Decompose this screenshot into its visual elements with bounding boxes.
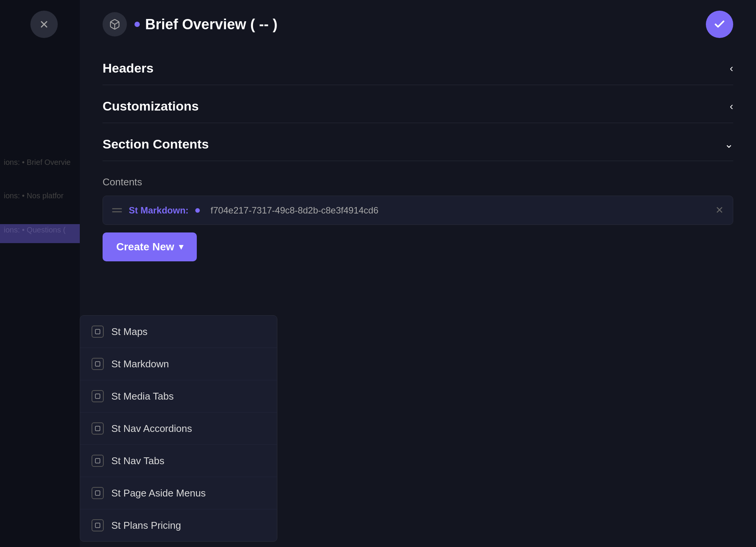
cube-icon xyxy=(109,19,120,30)
dropdown-item-st-page-aside-menus[interactable]: St Page Aside Menus xyxy=(80,477,277,509)
headers-title: Headers xyxy=(103,61,153,76)
svg-rect-7 xyxy=(95,458,100,463)
dropdown-item-st-markdown[interactable]: St Markdown xyxy=(80,348,277,380)
item-id-value: f704e217-7317-49c8-8d2b-c8e3f4914cd6 xyxy=(210,205,378,216)
create-new-button[interactable]: Create New ▾ xyxy=(103,232,197,261)
customizations-section-toggle[interactable]: Customizations ‹ xyxy=(103,85,733,123)
dropdown-item-st-plans-pricing[interactable]: St Plans Pricing xyxy=(80,509,277,541)
confirm-button[interactable] xyxy=(706,11,733,38)
section-contents-title: Section Contents xyxy=(103,137,209,152)
svg-rect-5 xyxy=(95,394,100,398)
content-item: St Markdown: f704e217-7317-49c8-8d2b-c8e… xyxy=(103,196,733,225)
st-page-aside-menus-icon xyxy=(92,487,104,499)
svg-rect-6 xyxy=(95,426,100,431)
item-remove-button[interactable]: ✕ xyxy=(715,204,724,216)
svg-rect-8 xyxy=(95,491,100,495)
sidebar-active-highlight xyxy=(0,224,80,243)
svg-rect-3 xyxy=(95,329,100,334)
st-plans-pricing-icon xyxy=(92,519,104,531)
headers-chevron-icon: ‹ xyxy=(730,62,733,74)
dropdown-item-st-maps[interactable]: St Maps xyxy=(80,316,277,348)
dropdown-item-st-nav-accordions[interactable]: St Nav Accordions xyxy=(80,413,277,445)
drag-handle[interactable] xyxy=(112,208,122,212)
sidebar-breadcrumb-1: ions: • Brief Overvie xyxy=(4,158,71,167)
create-new-label: Create New xyxy=(116,241,174,253)
close-button[interactable] xyxy=(30,11,58,38)
contents-label: Contents xyxy=(103,176,733,188)
sidebar-background xyxy=(0,0,80,547)
dropdown-item-st-media-tabs[interactable]: St Media Tabs xyxy=(80,380,277,413)
item-type-label: St Markdown: xyxy=(129,205,188,216)
title-group: Brief Overview ( -- ) xyxy=(103,12,277,36)
svg-rect-4 xyxy=(95,362,100,366)
title-status-dot xyxy=(134,22,140,27)
section-contents-chevron-icon: ⌄ xyxy=(724,138,733,150)
create-new-dropdown-menu: St Maps St Markdown St Media Tabs St Nav… xyxy=(80,315,277,542)
panel-icon xyxy=(103,12,127,36)
st-nav-accordions-icon xyxy=(92,422,104,435)
dropdown-item-st-nav-tabs[interactable]: St Nav Tabs xyxy=(80,445,277,477)
create-new-dropdown-arrow-icon: ▾ xyxy=(179,242,183,252)
svg-rect-9 xyxy=(95,523,100,528)
checkmark-icon xyxy=(713,18,726,30)
headers-section-toggle[interactable]: Headers ‹ xyxy=(103,47,733,85)
panel-title: Brief Overview ( -- ) xyxy=(134,16,277,33)
customizations-title: Customizations xyxy=(103,99,199,114)
customizations-chevron-icon: ‹ xyxy=(730,100,733,112)
item-id-dot xyxy=(195,208,200,213)
st-media-tabs-icon xyxy=(92,390,104,402)
panel-header: Brief Overview ( -- ) xyxy=(103,0,733,47)
st-markdown-icon xyxy=(92,358,104,370)
section-contents-divider xyxy=(103,161,733,161)
sidebar-breadcrumb-2: ions: • Nos platfor xyxy=(4,191,63,200)
section-contents-toggle[interactable]: Section Contents ⌄ xyxy=(103,123,733,161)
st-maps-icon xyxy=(92,326,104,338)
st-nav-tabs-icon xyxy=(92,455,104,467)
